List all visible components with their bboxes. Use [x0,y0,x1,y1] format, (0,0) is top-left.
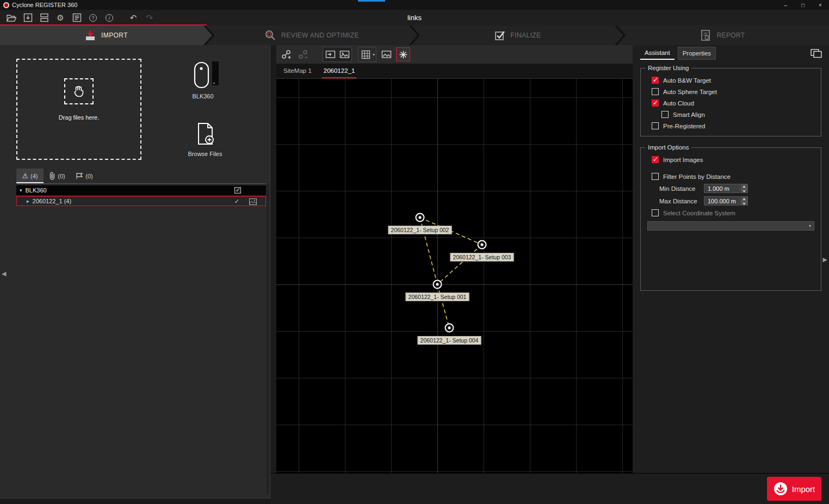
tree-row-dataset[interactable]: ▸ 2060122_1 (4) ✓ [16,196,266,206]
setup-label[interactable]: 2060122_1- Setup 004 [418,336,481,345]
import-project-icon[interactable] [38,12,50,24]
min-distance-row: Min Distance 1.000 m [641,182,821,195]
option-import-images[interactable]: Import Images [641,154,821,165]
undo-icon[interactable]: ↶ [127,12,139,24]
blk360-device[interactable]: ▾ [194,61,219,89]
tree-parent-checkbox[interactable] [234,187,241,194]
option-auto-cloud[interactable]: Auto Cloud [641,97,821,109]
setup-point[interactable] [478,240,487,250]
min-distance-input[interactable]: 1.000 m [704,184,740,193]
storage-manager-icon[interactable] [71,12,83,24]
help-icon[interactable]: ? [87,12,99,24]
import-images-checkbox[interactable] [652,156,659,163]
file-dropzone[interactable]: Drag files here. [16,59,141,160]
collapse-arrow-icon[interactable]: ▾ [20,188,22,193]
cloud-view-icon[interactable] [337,47,351,61]
max-distance-label: Max Distance [659,198,704,204]
break-link-icon[interactable] [296,47,310,61]
max-distance-stepper[interactable] [740,196,748,206]
main-area: Drag files here. ▾ BLK360 Browse Files ⚠… [0,45,829,504]
coordinate-system-checkbox[interactable] [652,209,659,216]
expand-arrow-icon[interactable]: ▸ [27,198,29,204]
setup-point[interactable] [433,280,442,289]
minimize-button[interactable]: – [777,0,794,10]
max-distance-row: Max Distance 100.000 m [641,195,821,207]
import-options-group: Import Options Import Images Filter Poin… [640,144,821,291]
settings-gear-icon[interactable]: ⚙ [54,12,66,24]
import-source-panel: Drag files here. ▾ BLK360 Browse Files ⚠… [0,45,270,499]
import-button[interactable]: Import [767,477,821,501]
tab-2060122-1[interactable]: 2060122_1 [322,64,357,78]
tab-sitemap-1[interactable]: SiteMap 1 [282,64,313,78]
setup-point[interactable] [416,213,425,222]
finalize-step-icon [494,29,506,41]
import-step-icon [84,29,96,41]
coordinate-system-dropdown[interactable]: ▾ [647,221,814,231]
min-distance-stepper[interactable] [740,184,748,193]
option-auto-bw-target[interactable]: Auto B&W Target [641,74,821,86]
auto-cloud-checkbox[interactable] [652,99,659,107]
chevron-down-icon: ▾ [809,223,811,228]
setup-label[interactable]: 2060122_1- Setup 001 [406,293,469,301]
flag-icon [76,172,83,179]
properties-panel: Assistant Properties Register Using Auto… [633,45,829,473]
auto-bw-target-checkbox[interactable] [652,77,659,84]
browse-files-button[interactable]: Browse Files [175,122,235,157]
tab-attachments[interactable]: (0) [44,169,71,183]
view-mode-group [323,47,352,62]
setup-point[interactable] [445,323,454,333]
show-links-tool-icon[interactable] [396,47,410,61]
max-distance-input[interactable]: 100.000 m [704,196,740,206]
auto-sphere-target-checkbox[interactable] [652,88,659,95]
tab-properties[interactable]: Properties [678,47,716,60]
sitemap-canvas[interactable]: 2060122_1- Setup 0022060122_1- Setup 003… [276,79,633,473]
option-pre-registered[interactable]: Pre-Registered [641,120,821,132]
option-auto-sphere-target[interactable]: Auto Sphere Target [641,86,821,97]
tree-child-check-icon[interactable]: ✓ [234,198,239,205]
setup-view-icon[interactable] [323,47,337,61]
option-coordinate-system[interactable]: Select Coordinate System [641,207,821,219]
open-project-icon[interactable] [5,12,17,24]
setup-link-line[interactable] [437,284,449,328]
device-slider[interactable]: ▾ [212,61,219,85]
collapse-left-panel-arrow[interactable]: ◀ [2,270,6,277]
import-button-label: Import [792,484,815,494]
info-icon[interactable]: i [103,12,115,24]
redo-icon[interactable]: ↷ [144,12,156,24]
paperclip-icon [49,172,55,180]
filter-points-checkbox[interactable] [652,173,659,180]
setup-label[interactable]: 2060122_1- Setup 002 [388,226,452,234]
smart-align-checkbox[interactable] [661,111,669,118]
browse-files-label: Browse Files [175,151,235,157]
close-button[interactable]: × [812,0,829,10]
slicer-dropdown[interactable]: ▾ [358,47,376,62]
register-using-title: Register Using [645,65,691,71]
setup-label[interactable]: 2060122_1- Setup 003 [450,253,514,262]
tree-child-image-icon[interactable] [249,198,257,206]
pre-registered-checkbox[interactable] [652,122,659,129]
panel-layout-icon[interactable] [811,49,822,60]
expand-right-panel-arrow[interactable]: ▶ [823,256,827,263]
sitemap-toolbar: ▾ [276,45,633,64]
workflow-step-import[interactable]: IMPORT [0,26,212,45]
workflow-step-report[interactable]: REPORT [617,26,829,45]
create-link-icon[interactable] [279,47,293,61]
workflow-step-finalize[interactable]: FINALIZE [411,26,623,45]
blk360-device-icon [194,61,210,89]
title-bar: Cyclone REGISTER 360 – □ × [0,0,829,10]
chevron-down-icon: ▾ [373,52,375,57]
option-filter-points[interactable]: Filter Points by Distance [641,171,821,182]
tab-captures[interactable]: (0) [71,169,98,183]
option-smart-align[interactable]: Smart Align [641,109,821,120]
tree-row-blk360[interactable]: ▾ BLK360 [16,185,266,195]
save-project-icon[interactable] [22,12,34,24]
workflow-step-review[interactable]: REVIEW AND OPTIMIZE [206,26,418,45]
image-overlay-icon[interactable] [379,47,393,61]
tab-assistant[interactable]: Assistant [640,47,675,60]
slicer-grid-icon [358,47,373,61]
left-panel-scrollbar[interactable] [267,184,269,494]
project-title: links [0,14,829,22]
setup-link-line[interactable] [437,245,482,284]
maximize-button[interactable]: □ [794,0,812,10]
tab-issues[interactable]: ⚠ (4) [16,169,44,183]
